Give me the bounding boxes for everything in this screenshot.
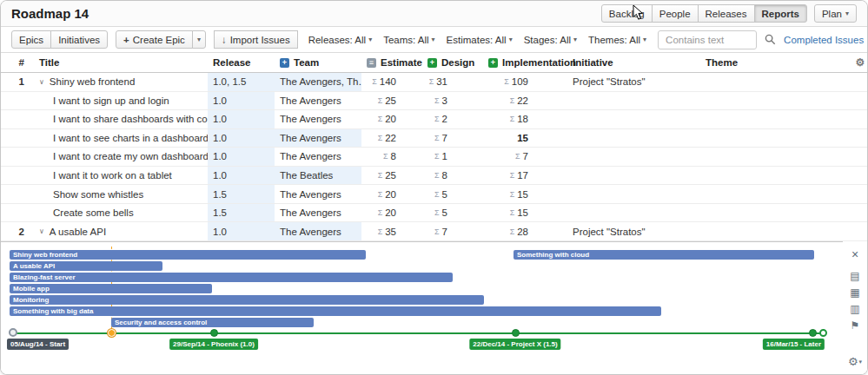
issue-title-cell[interactable]: ∨A usable API xyxy=(32,222,208,240)
initiative-cell[interactable] xyxy=(567,148,700,166)
initiative-cell[interactable] xyxy=(567,92,700,110)
implementation-cell[interactable]: Σ18 xyxy=(483,110,567,128)
design-cell[interactable]: Σ8 xyxy=(422,167,483,185)
implementation-cell[interactable]: Σ28 xyxy=(483,222,567,240)
design-cell[interactable]: Σ2 xyxy=(422,110,483,128)
table-settings-button[interactable]: ⚙ xyxy=(851,53,868,72)
implementation-cell[interactable]: Σ109 xyxy=(483,73,567,91)
issue-title-cell[interactable]: I want to share dashboards with colleagu… xyxy=(32,110,208,128)
theme-cell[interactable] xyxy=(700,110,851,128)
issue-title-cell[interactable]: Create some bells xyxy=(32,204,208,222)
issue-title-cell[interactable]: Show some whistles xyxy=(32,185,208,203)
implementation-cell[interactable]: Σ7 xyxy=(483,148,567,166)
close-icon[interactable]: × xyxy=(851,248,858,260)
design-cell[interactable]: Σ5 xyxy=(422,185,483,203)
estimate-cell[interactable]: Σ22 xyxy=(361,129,422,148)
estimate-cell[interactable]: Σ8 xyxy=(361,148,422,166)
gantt-bar[interactable]: Mobile app xyxy=(10,284,212,293)
release-cell[interactable]: 1.5 xyxy=(208,185,275,203)
initiative-cell[interactable] xyxy=(567,204,700,222)
nav-button-reports[interactable]: Reports xyxy=(754,4,807,23)
issue-title-cell[interactable]: ∨Shiny web frontend xyxy=(32,73,208,91)
implementation-cell[interactable]: Σ15 xyxy=(483,204,567,222)
column-header-estimate[interactable]: ≡ Estimate xyxy=(361,53,422,72)
filter-dropdown-teams[interactable]: Teams: All▾ xyxy=(383,35,434,45)
team-cell[interactable]: The Avengers xyxy=(275,92,361,110)
import-issues-button[interactable]: ↓ Import Issues xyxy=(214,30,298,49)
implementation-cell[interactable]: Σ15 xyxy=(483,185,567,203)
team-cell[interactable]: The Avengers xyxy=(275,110,361,128)
contains-text-input[interactable] xyxy=(658,30,757,49)
table-view-icon[interactable]: ▦ xyxy=(850,287,859,298)
issue-title-cell[interactable]: I want to create my own dashboards xyxy=(32,148,208,166)
chart-view-icon[interactable]: ▤ xyxy=(850,271,859,281)
theme-cell[interactable] xyxy=(700,129,851,148)
column-header-release[interactable]: Release xyxy=(208,53,275,72)
column-header-num[interactable]: # xyxy=(1,53,32,72)
theme-cell[interactable] xyxy=(700,204,851,222)
column-header-title[interactable]: Title xyxy=(32,53,208,72)
implementation-cell[interactable]: Σ17 xyxy=(483,167,567,185)
design-cell[interactable]: Σ5 xyxy=(422,204,483,222)
today-marker[interactable] xyxy=(108,329,116,337)
implementation-cell[interactable]: 15 xyxy=(483,129,567,148)
initiative-cell[interactable]: Project "Stratos" xyxy=(567,222,700,240)
column-header-initiative[interactable]: Initiative xyxy=(567,53,700,72)
release-cell[interactable]: 1.0 xyxy=(208,148,275,166)
timeline-settings-button[interactable]: ⚙ ▾ xyxy=(848,355,862,368)
release-cell[interactable]: 1.0 xyxy=(208,110,275,128)
estimate-cell[interactable]: Σ25 xyxy=(361,167,422,185)
completed-issues-link[interactable]: Completed Issues xyxy=(784,35,864,45)
gantt-bar[interactable]: Something with big data xyxy=(10,306,661,316)
column-header-implementation[interactable]: + Implementation xyxy=(483,53,567,72)
design-cell[interactable]: Σ7 xyxy=(422,222,483,240)
theme-cell[interactable] xyxy=(700,73,851,91)
nav-button-backlog[interactable]: Backlog xyxy=(601,4,653,23)
theme-cell[interactable] xyxy=(700,92,851,110)
theme-cell[interactable] xyxy=(700,148,851,166)
issue-title-cell[interactable]: I want to sign up and login xyxy=(32,92,208,110)
release-cell[interactable]: 1.0 xyxy=(208,167,275,185)
chevron-down-icon[interactable]: ∨ xyxy=(39,227,44,235)
estimate-cell[interactable]: Σ25 xyxy=(361,92,422,110)
epics-button[interactable]: Epics xyxy=(11,30,51,49)
theme-cell[interactable] xyxy=(700,185,851,203)
plan-button[interactable]: Plan ▾ xyxy=(814,4,857,23)
implementation-cell[interactable]: Σ22 xyxy=(483,92,567,110)
design-cell[interactable]: Σ3 xyxy=(422,92,483,110)
gantt-bar[interactable]: Monitoring xyxy=(10,295,484,305)
estimate-cell[interactable]: Σ140 xyxy=(361,73,422,91)
initiative-cell[interactable] xyxy=(567,167,700,185)
team-cell[interactable]: The Beatles xyxy=(275,167,361,185)
column-header-team[interactable]: + Team xyxy=(275,53,361,72)
panel-view-icon[interactable]: ▥ xyxy=(850,304,859,314)
release-cell[interactable]: 1.0 xyxy=(208,129,275,148)
column-header-design[interactable]: + Design xyxy=(422,53,483,72)
initiative-cell[interactable] xyxy=(567,110,700,128)
initiative-cell[interactable]: Project "Stratos" xyxy=(567,73,700,91)
create-epic-button[interactable]: + Create Epic xyxy=(116,30,193,49)
gantt-bar[interactable]: Security and access control xyxy=(111,318,314,327)
issue-title-cell[interactable]: I want to see charts in a dashboard xyxy=(32,129,208,148)
filter-dropdown-estimates[interactable]: Estimates: All▾ xyxy=(447,35,513,45)
team-cell[interactable]: The Avengers xyxy=(275,129,361,148)
team-cell[interactable]: The Avengers xyxy=(275,185,361,203)
release-cell[interactable]: 1.0 xyxy=(208,222,275,240)
nav-button-people[interactable]: People xyxy=(652,4,699,23)
design-cell[interactable]: Σ31 xyxy=(422,73,483,91)
column-header-theme[interactable]: Theme xyxy=(700,53,851,72)
search-icon[interactable] xyxy=(765,34,776,45)
nav-button-releases[interactable]: Releases xyxy=(698,4,755,23)
design-cell[interactable]: Σ1 xyxy=(422,148,483,166)
initiatives-button[interactable]: Initiatives xyxy=(50,30,108,49)
filter-dropdown-themes[interactable]: Themes: All▾ xyxy=(588,35,646,45)
initiative-cell[interactable] xyxy=(567,185,700,203)
team-cell[interactable]: The Avengers, Th… xyxy=(275,73,361,91)
filter-dropdown-releases[interactable]: Releases: All▾ xyxy=(308,35,373,45)
theme-cell[interactable] xyxy=(700,167,851,185)
issue-title-cell[interactable]: I want it to work on a tablet xyxy=(32,167,208,185)
release-cell[interactable]: 1.5 xyxy=(208,204,275,222)
gantt-bar[interactable]: Blazing-fast server xyxy=(10,273,453,282)
create-epic-caret-button[interactable]: ▾ xyxy=(192,30,206,49)
timeline-marker[interactable] xyxy=(210,329,218,337)
